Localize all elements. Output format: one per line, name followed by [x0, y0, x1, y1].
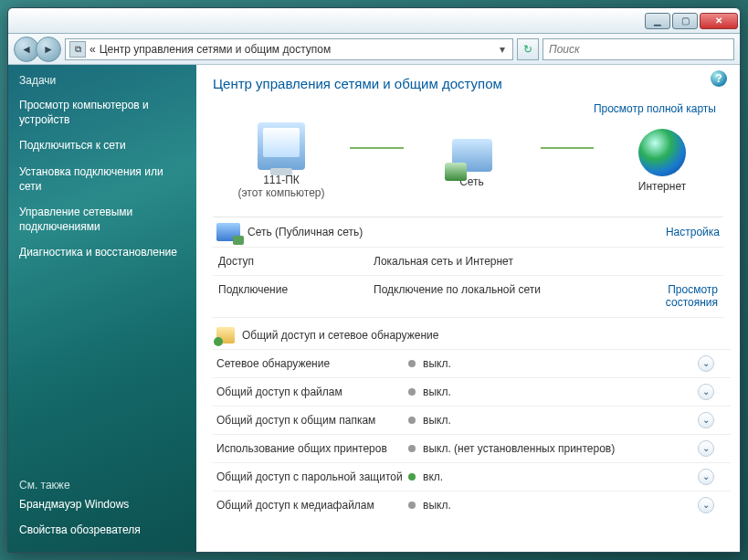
globe-icon — [638, 129, 686, 176]
control-panel-icon: ⧉ — [69, 41, 86, 58]
expand-button[interactable]: ⌄ — [698, 412, 714, 428]
sidebar-spacer — [19, 266, 185, 470]
content-pane: ? Центр управления сетями и общим доступ… — [196, 65, 740, 552]
kv-connection-label: Подключение — [213, 276, 368, 318]
network-name: Сеть (Публичная сеть) — [248, 226, 666, 238]
status-dot-icon — [408, 502, 416, 509]
connection-line-2 — [541, 147, 595, 149]
status-dot-icon — [408, 417, 416, 424]
sidebar: Задачи Просмотр компьютеров и устройств … — [8, 65, 196, 552]
network-section: Сеть (Публичная сеть) Настройка Доступ Л… — [213, 217, 723, 318]
expand-button[interactable]: ⌄ — [698, 384, 714, 400]
search-box[interactable] — [543, 38, 734, 60]
sharing-row-label: Общий доступ к общим папкам — [216, 414, 408, 427]
close-button[interactable]: ✕ — [700, 13, 738, 29]
map-node-internet[interactable]: Интернет — [594, 129, 731, 193]
sharing-row: Общий доступ к медиафайламвыкл.⌄ — [213, 491, 731, 519]
sharing-row-label: Общий доступ к файлам — [216, 386, 408, 398]
view-full-map-link[interactable]: Просмотр полной карты — [594, 102, 716, 115]
navigation-bar: ◄ ► ⧉ « Центр управления сетями и общим … — [8, 34, 740, 65]
sharing-row: Общий доступ с парольной защитойвкл.⌄ — [213, 462, 731, 491]
kv-connection-action[interactable]: Просмотр состояния — [632, 276, 723, 318]
sharing-row: Использование общих принтероввыкл. (нет … — [213, 434, 731, 462]
computer-icon — [258, 122, 305, 170]
sidebar-item-firewall[interactable]: Брандмауэр Windows — [19, 497, 185, 512]
sidebar-see-also-header: См. также — [19, 479, 185, 491]
sharing-row-value: выкл. — [423, 499, 698, 512]
pc-subtitle: (этот компьютер) — [238, 186, 325, 199]
sharing-row-label: Общий доступ к медиафайлам — [216, 499, 408, 512]
page-title: Центр управления сетями и общим доступом — [213, 76, 731, 91]
sidebar-tasks-header: Задачи — [19, 74, 185, 87]
sharing-rows: Сетевое обнаружениевыкл.⌄Общий доступ к … — [213, 349, 731, 519]
sharing-row-value: выкл. — [423, 414, 698, 427]
sidebar-item-internet-options[interactable]: Свойства обозревателя — [19, 523, 185, 537]
maximize-button[interactable]: ▢ — [672, 13, 698, 29]
expand-button[interactable]: ⌄ — [698, 440, 714, 457]
minimize-button[interactable]: ▁ — [645, 13, 670, 29]
kv-connection-value: Подключение по локальной сети — [368, 276, 632, 318]
kv-access-label: Доступ — [213, 248, 368, 276]
sidebar-item-setup-connection[interactable]: Установка подключения или сети — [19, 164, 185, 194]
view-full-map-row: Просмотр полной карты — [213, 102, 716, 115]
window-body: Задачи Просмотр компьютеров и устройств … — [8, 65, 740, 552]
status-dot-icon — [408, 473, 416, 481]
sharing-row: Общий доступ к общим папкамвыкл.⌄ — [213, 406, 731, 434]
help-icon[interactable]: ? — [711, 70, 727, 87]
kv-access-value: Локальная сеть и Интернет — [368, 248, 632, 276]
network-header-row: Сеть (Публичная сеть) Настройка — [213, 217, 723, 247]
refresh-button[interactable]: ↻ — [517, 38, 539, 60]
sharing-row-label: Общий доступ с парольной защитой — [216, 470, 408, 483]
expand-button[interactable]: ⌄ — [698, 355, 714, 372]
status-dot-icon — [408, 388, 416, 396]
status-dot-icon — [408, 445, 416, 452]
sidebar-item-diagnose-repair[interactable]: Диагностика и восстановление — [19, 245, 185, 259]
sharing-row-value: выкл. (нет установленных принтеров) — [423, 442, 698, 455]
sharing-row-value: вкл. — [423, 470, 698, 483]
map-node-pc-label: 111-ПК (этот компьютер) — [238, 174, 325, 200]
breadcrumb-text: Центр управления сетями и общим доступом — [100, 43, 332, 56]
network-map: 111-ПК (этот компьютер) Сеть Интернет — [213, 122, 731, 200]
sharing-header-text: Общий доступ и сетевое обнаружение — [242, 329, 438, 342]
expand-button[interactable]: ⌄ — [698, 469, 714, 485]
breadcrumb-dropdown[interactable]: ▾ — [496, 43, 509, 56]
sharing-row-label: Сетевое обнаружение — [216, 357, 408, 370]
search-input[interactable] — [543, 43, 733, 56]
nav-arrows: ◄ ► — [14, 37, 61, 62]
map-node-this-pc[interactable]: 111-ПК (этот компьютер) — [213, 122, 350, 200]
sharing-row-value: выкл. — [423, 386, 698, 398]
sharing-row-label: Использование общих принтеров — [216, 442, 408, 455]
sidebar-item-connect-network[interactable]: Подключиться к сети — [19, 138, 185, 153]
titlebar: ▁ ▢ ✕ — [8, 8, 740, 34]
expand-button[interactable]: ⌄ — [698, 497, 714, 513]
status-dot-icon — [408, 360, 416, 367]
window-frame: ▁ ▢ ✕ ◄ ► ⧉ « Центр управления сетями и … — [7, 7, 741, 553]
network-icon — [452, 139, 492, 172]
connection-line-1 — [350, 147, 404, 149]
map-node-network[interactable]: Сеть — [404, 133, 541, 188]
pc-name: 111-ПК — [263, 174, 300, 186]
sidebar-item-view-computers[interactable]: Просмотр компьютеров и устройств — [19, 98, 185, 127]
sharing-icon — [216, 327, 235, 343]
breadcrumb-prefix: « — [90, 43, 96, 56]
sharing-row: Общий доступ к файламвыкл.⌄ — [213, 377, 731, 406]
address-bar[interactable]: ⧉ « Центр управления сетями и общим дост… — [65, 38, 513, 60]
kv-access-action — [632, 248, 723, 276]
network-customize-link[interactable]: Настройка — [666, 226, 720, 238]
sharing-header-row: Общий доступ и сетевое обнаружение — [213, 318, 731, 349]
sharing-row-value: выкл. — [423, 357, 698, 370]
network-details-grid: Доступ Локальная сеть и Интернет Подключ… — [213, 247, 723, 318]
map-node-internet-label: Интернет — [638, 180, 686, 193]
sidebar-item-manage-connections[interactable]: Управление сетевыми подключениями — [19, 205, 185, 234]
forward-button[interactable]: ► — [36, 37, 61, 62]
sharing-row: Сетевое обнаружениевыкл.⌄ — [213, 349, 731, 377]
network-small-icon — [216, 223, 240, 241]
